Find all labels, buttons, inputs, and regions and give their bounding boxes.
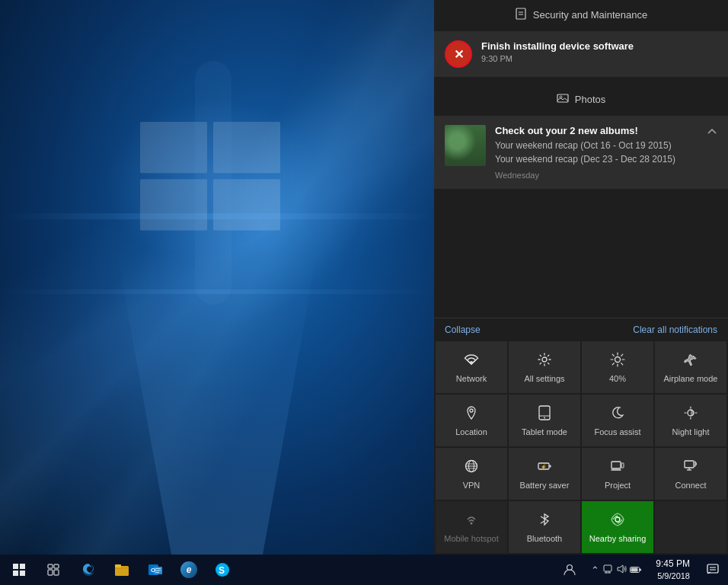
notifications-scroll[interactable]: Security and Maintenance Finish installi… xyxy=(434,0,728,318)
brightness-label: 40% xyxy=(609,374,626,384)
network-tray-icon[interactable] xyxy=(602,564,613,577)
tablet-mode-label: Tablet mode xyxy=(522,427,567,437)
tile-nearby-sharing[interactable]: Nearby sharing xyxy=(582,501,653,553)
action-center-button[interactable] xyxy=(698,555,728,585)
hotspot-icon xyxy=(464,512,479,529)
airplane-mode-label: Airplane mode xyxy=(664,374,718,384)
taskbar-app-ie[interactable]: e xyxy=(172,555,206,585)
bluetooth-label: Bluetooth xyxy=(527,534,562,544)
network-label: Network xyxy=(456,374,487,384)
expand-icon[interactable] xyxy=(707,126,717,139)
brightness-icon xyxy=(610,352,625,369)
security-section-title: Security and Maintenance xyxy=(533,9,647,21)
clock[interactable]: 9:45 PM 5/9/2018 xyxy=(648,558,698,582)
volume-icon[interactable] xyxy=(616,564,627,577)
collapse-button[interactable]: Collapse xyxy=(445,324,481,335)
svg-rect-25 xyxy=(550,465,551,467)
svg-rect-5 xyxy=(195,61,231,305)
photo-thumbnail xyxy=(445,125,486,166)
notification-panel: Security and Maintenance Finish installi… xyxy=(434,0,728,555)
connect-icon xyxy=(683,459,698,476)
svg-rect-40 xyxy=(20,571,25,576)
tile-battery-saver[interactable]: ⚡ Battery saver xyxy=(509,448,580,500)
svg-rect-43 xyxy=(48,570,53,575)
tile-mobile-hotspot[interactable]: Mobile hotspot xyxy=(436,501,507,553)
task-view-button[interactable] xyxy=(38,555,69,585)
location-label: Location xyxy=(455,427,487,437)
project-label: Project xyxy=(605,481,631,491)
tile-night-light[interactable]: Night light xyxy=(655,395,726,446)
tile-location[interactable]: Location xyxy=(436,395,507,446)
notification-content-device: Finish installing device software 9:30 P… xyxy=(481,40,634,63)
taskbar-apps: O e S xyxy=(72,555,239,585)
battery-saver-label: Battery saver xyxy=(520,481,570,491)
night-light-label: Night light xyxy=(672,427,710,437)
notification-card-albums[interactable]: Check out your 2 new albums! Your weeken… xyxy=(434,116,728,189)
taskbar-app-outlook[interactable]: O xyxy=(139,555,172,585)
taskbar-app-edge[interactable] xyxy=(72,555,105,585)
notification-time-device: 9:30 PM xyxy=(481,54,634,63)
svg-rect-51 xyxy=(155,571,161,571)
shield-icon xyxy=(515,8,527,22)
taskbar-app-skype[interactable]: S xyxy=(206,555,239,585)
notification-title-device: Finish installing device software xyxy=(481,40,634,52)
photos-section-title: Photos xyxy=(575,94,605,105)
notification-body-albums: Your weekend recap (Oct 16 - Oct 19 2015… xyxy=(495,139,675,166)
tile-bluetooth[interactable]: Bluetooth xyxy=(509,501,580,553)
quick-actions-grid: Network All settings 4 xyxy=(434,340,728,555)
network-icon xyxy=(464,352,479,369)
vpn-label: VPN xyxy=(463,481,481,491)
tile-project[interactable]: Project xyxy=(582,448,653,500)
svg-rect-63 xyxy=(707,564,718,573)
start-button[interactable] xyxy=(0,555,38,585)
nearby-sharing-label: Nearby sharing xyxy=(589,534,647,544)
notification-card-device-software[interactable]: Finish installing device software 9:30 P… xyxy=(434,31,728,77)
people-button[interactable] xyxy=(554,555,585,585)
show-hidden-icon[interactable]: ⌃ xyxy=(591,564,599,576)
all-settings-label: All settings xyxy=(524,374,564,384)
error-icon xyxy=(445,40,472,68)
nearby-icon xyxy=(610,512,625,529)
tile-connect[interactable]: Connect xyxy=(655,448,726,500)
section-header-photos: Photos xyxy=(434,85,728,114)
tile-network[interactable]: Network xyxy=(436,341,507,393)
nightlight-icon xyxy=(683,405,698,423)
clock-time: 9:45 PM xyxy=(656,558,690,571)
photo-icon xyxy=(557,92,569,107)
settings-icon xyxy=(537,352,552,369)
tile-vpn[interactable]: VPN xyxy=(436,448,507,500)
svg-text:O: O xyxy=(151,567,155,574)
taskbar-right: ⌃ xyxy=(554,555,728,585)
desktop-background xyxy=(0,0,434,555)
svg-point-11 xyxy=(470,361,473,364)
connect-label: Connect xyxy=(675,481,707,491)
taskbar-app-file-explorer[interactable] xyxy=(105,555,139,585)
section-header-security: Security and Maintenance xyxy=(434,0,728,30)
svg-rect-9 xyxy=(557,94,568,102)
svg-rect-44 xyxy=(54,570,59,575)
ie-icon: e xyxy=(180,561,197,578)
svg-rect-27 xyxy=(611,462,621,468)
tablet-icon xyxy=(537,405,552,423)
svg-rect-62 xyxy=(640,568,641,571)
svg-rect-56 xyxy=(604,565,611,571)
vpn-icon xyxy=(464,459,479,476)
tile-airplane-mode[interactable]: Airplane mode xyxy=(655,341,726,393)
svg-rect-42 xyxy=(54,564,59,568)
project-icon xyxy=(610,459,625,476)
battery-tray-icon[interactable] xyxy=(630,564,642,576)
clear-all-button[interactable]: Clear all notifications xyxy=(633,324,717,335)
battery-icon: ⚡ xyxy=(537,459,552,476)
tile-all-settings[interactable]: All settings xyxy=(509,341,580,393)
action-center-bottom: Collapse Clear all notifications Network xyxy=(434,318,728,555)
tray-icons: ⌃ xyxy=(585,564,648,577)
tile-tablet-mode[interactable]: Tablet mode xyxy=(509,395,580,446)
airplane-icon xyxy=(683,352,698,369)
svg-text:S: S xyxy=(219,565,225,576)
mobile-hotspot-label: Mobile hotspot xyxy=(444,534,499,544)
svg-rect-29 xyxy=(621,463,624,468)
svg-rect-46 xyxy=(115,564,121,567)
tile-brightness[interactable]: 40% xyxy=(582,341,653,393)
tile-focus-assist[interactable]: Focus assist xyxy=(582,395,653,446)
notification-title-albums: Check out your 2 new albums! xyxy=(495,125,675,136)
